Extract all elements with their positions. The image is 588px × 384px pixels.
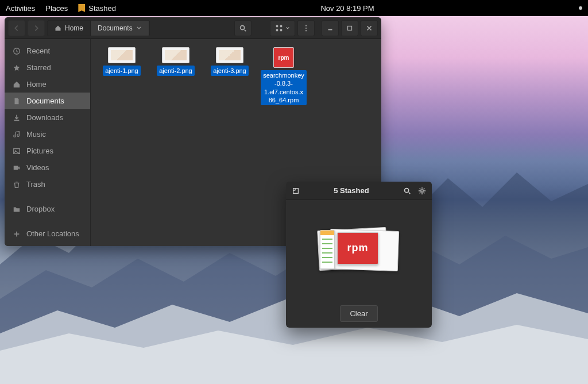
sidebar-item-pictures[interactable]: Pictures	[5, 143, 90, 159]
stashed-search-icon[interactable]	[402, 186, 412, 196]
sidebar-item-starred[interactable]: Starred	[5, 59, 90, 76]
sidebar-item-music[interactable]: Music	[5, 126, 90, 143]
stashed-stack[interactable]: rpm	[321, 228, 397, 272]
window-minimize-button[interactable]	[322, 20, 339, 36]
stashed-popup: 5 Stashed rpm Clear	[286, 182, 432, 328]
sidebar-item-downloads[interactable]: Downloads	[5, 109, 90, 126]
image-thumbnail	[162, 47, 189, 63]
stash-app-icon	[78, 4, 85, 12]
svg-point-15	[421, 189, 423, 191]
nav-back-button[interactable]	[8, 20, 25, 36]
sidebar-item-label: Music	[26, 130, 46, 139]
sidebar-item-label: Pictures	[26, 147, 53, 155]
svg-rect-12	[14, 166, 18, 170]
sidebar-item-label: Documents	[26, 97, 64, 105]
svg-point-7	[305, 30, 307, 31]
sidebar-item-label: Home	[26, 80, 47, 89]
stashed-settings-icon[interactable]	[417, 186, 427, 196]
sidebar-item-other-locations[interactable]: Other Locations	[5, 225, 90, 242]
path-bar[interactable]: Home Documents	[47, 20, 150, 36]
breadcrumb-label: Home	[65, 24, 83, 32]
stashed-body[interactable]: rpm	[286, 200, 432, 299]
svg-point-14	[405, 188, 409, 192]
sidebar-item-label: Trash	[26, 180, 45, 189]
clock-icon	[13, 47, 21, 55]
file-label: ajenti-3.png	[211, 66, 249, 76]
svg-rect-13	[293, 188, 299, 193]
view-toggle-button[interactable]	[270, 20, 295, 36]
stashed-thumb	[320, 230, 335, 269]
stashed-header: 5 Stashed	[286, 182, 432, 200]
stashed-rpm-thumb: rpm	[337, 232, 378, 264]
home-icon	[13, 80, 21, 89]
activities-button[interactable]: Activities	[6, 4, 35, 13]
file-item[interactable]: rpmsearchmonkey-0.8.3-1.el7.centos.x86_6…	[261, 47, 307, 105]
window-maximize-button[interactable]	[341, 20, 358, 36]
file-label: searchmonkey-0.8.3-1.el7.centos.x86_64.r…	[261, 70, 307, 105]
pictures-icon	[13, 147, 21, 155]
svg-rect-3	[276, 29, 278, 31]
popout-icon[interactable]	[291, 186, 301, 196]
clear-button[interactable]: Clear	[340, 305, 377, 322]
svg-point-0	[241, 25, 245, 29]
sidebar-item-label: Starred	[26, 63, 51, 72]
status-indicator-icon[interactable]	[579, 6, 582, 10]
nav-forward-button[interactable]	[28, 20, 45, 36]
sidebar-item-videos[interactable]: Videos	[5, 159, 90, 176]
sidebar-item-label: Dropbox	[26, 205, 55, 213]
stashed-title: 5 Stashed	[301, 186, 402, 195]
trash-icon	[13, 181, 21, 189]
image-thumbnail	[108, 47, 136, 63]
app-menu[interactable]: Stashed	[78, 4, 116, 13]
hamburger-menu-button[interactable]	[297, 20, 315, 36]
svg-rect-4	[280, 29, 283, 31]
home-icon	[55, 25, 61, 32]
sidebar-item-label: Other Locations	[26, 229, 79, 238]
downloads-icon	[13, 114, 21, 122]
clock[interactable]: Nov 20 8:19 PM	[320, 4, 374, 13]
rpm-icon: rpm	[273, 47, 294, 68]
svg-rect-8	[348, 26, 352, 30]
music-icon	[13, 130, 21, 139]
app-menu-label: Stashed	[88, 4, 116, 13]
sidebar-item-label: Downloads	[26, 113, 63, 122]
sidebar-item-documents[interactable]: Documents	[5, 93, 90, 109]
sidebar-item-recent[interactable]: Recent	[5, 43, 90, 59]
chevron-down-icon	[136, 25, 142, 31]
breadcrumb-label: Documents	[98, 24, 133, 32]
gnome-topbar: Activities Places Stashed Nov 20 8:19 PM	[0, 0, 588, 16]
sidebar-item-trash[interactable]: Trash	[5, 176, 90, 193]
image-thumbnail	[216, 47, 243, 63]
sidebar-item-dropbox[interactable]: Dropbox	[5, 201, 90, 217]
breadcrumb-documents[interactable]: Documents	[91, 21, 149, 36]
file-label: ajenti-1.png	[103, 66, 141, 76]
places-menu[interactable]: Places	[45, 4, 68, 13]
sidebar-item-home[interactable]: Home	[5, 76, 90, 93]
sidebar-item-label: Videos	[26, 163, 49, 172]
places-sidebar: RecentStarredHomeDocumentsDownloadsMusic…	[5, 39, 91, 246]
folder-icon	[13, 205, 21, 213]
svg-point-5	[305, 25, 307, 26]
search-button[interactable]	[234, 20, 252, 36]
file-manager-headerbar: Home Documents	[5, 17, 381, 39]
svg-rect-2	[280, 25, 283, 27]
window-close-button[interactable]	[361, 20, 378, 36]
breadcrumb-home[interactable]: Home	[48, 21, 91, 36]
star-icon	[13, 64, 21, 72]
plus-icon	[13, 230, 21, 238]
sidebar-item-label: Recent	[26, 47, 50, 55]
file-item[interactable]: ajenti-1.png	[99, 47, 145, 105]
file-item[interactable]: ajenti-2.png	[153, 47, 199, 105]
svg-rect-1	[276, 25, 278, 27]
documents-icon	[13, 97, 21, 105]
file-item[interactable]: ajenti-3.png	[207, 47, 253, 105]
file-label: ajenti-2.png	[157, 66, 195, 76]
videos-icon	[13, 164, 21, 172]
svg-point-6	[305, 27, 307, 28]
